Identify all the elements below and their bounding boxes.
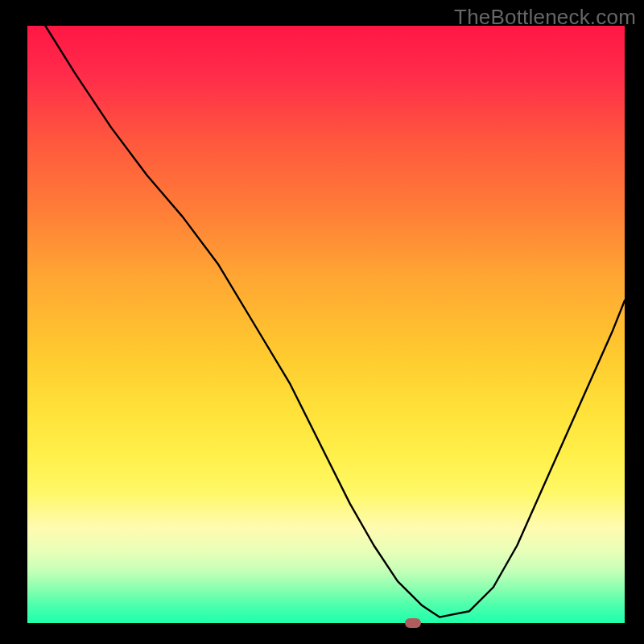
- chart-marker: [405, 618, 421, 628]
- chart-container: TheBottleneck.com: [0, 0, 644, 644]
- chart-line-path: [45, 26, 625, 617]
- watermark-text: TheBottleneck.com: [454, 5, 636, 30]
- chart-svg: [27, 26, 625, 623]
